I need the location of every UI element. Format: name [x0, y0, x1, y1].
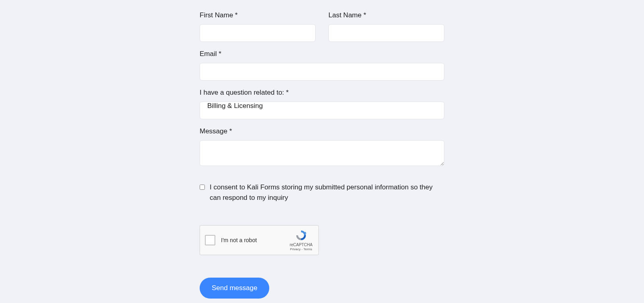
email-input[interactable] — [200, 63, 444, 81]
recaptcha-icon — [295, 229, 307, 241]
consent-row: I consent to Kali Forms storing my submi… — [200, 182, 444, 203]
message-textarea[interactable] — [200, 140, 444, 166]
recaptcha-links-text: Privacy - Terms — [290, 247, 312, 251]
last-name-input[interactable] — [328, 24, 444, 42]
recaptcha-label: I'm not a robot — [221, 237, 289, 243]
send-message-button[interactable]: Send message — [200, 278, 269, 299]
message-field: Message * — [200, 127, 444, 166]
recaptcha-checkbox[interactable] — [205, 235, 215, 245]
email-label: Email * — [200, 50, 444, 58]
recaptcha-widget: I'm not a robot reCAPTCHA Privacy - Term… — [200, 225, 319, 255]
recaptcha-branding: reCAPTCHA Privacy - Terms — [289, 229, 314, 251]
recaptcha-brand-text: reCAPTCHA — [290, 243, 313, 247]
last-name-field: Last Name * — [328, 11, 444, 42]
topic-label: I have a question related to: * — [200, 89, 444, 97]
email-field: Email * — [200, 50, 444, 81]
message-label: Message * — [200, 127, 444, 135]
contact-form: First Name * Last Name * Email * I have … — [200, 0, 444, 299]
last-name-label: Last Name * — [328, 11, 444, 19]
consent-label: I consent to Kali Forms storing my submi… — [210, 182, 444, 203]
topic-select[interactable]: Billing & Licensing — [200, 102, 444, 119]
consent-checkbox[interactable] — [200, 185, 205, 190]
first-name-label: First Name * — [200, 11, 316, 19]
first-name-input[interactable] — [200, 24, 316, 42]
first-name-field: First Name * — [200, 11, 316, 42]
topic-field: I have a question related to: * Billing … — [200, 89, 444, 119]
